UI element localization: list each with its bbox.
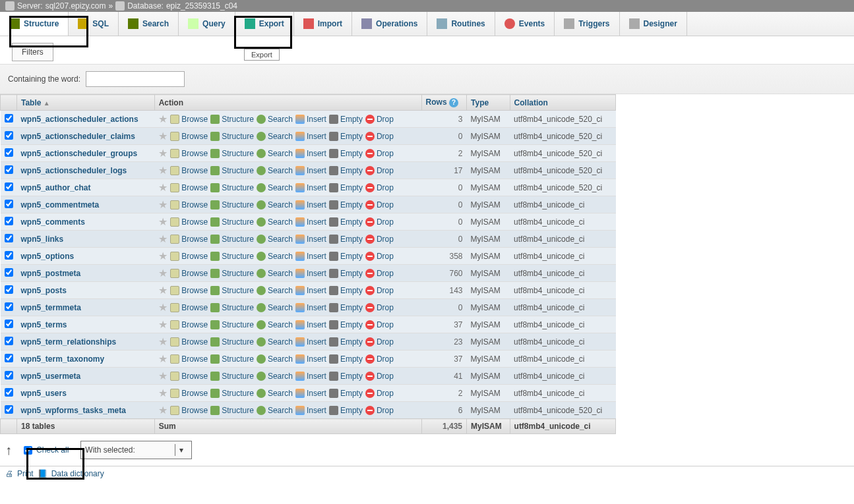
action-search[interactable]: Search [257, 320, 293, 329]
action-browse[interactable]: Browse [170, 166, 208, 175]
action-browse[interactable]: Browse [170, 389, 208, 398]
action-insert[interactable]: Insert [295, 183, 326, 192]
action-empty[interactable]: Empty [329, 286, 363, 295]
action-structure[interactable]: Structure [210, 286, 254, 295]
action-empty[interactable]: Empty [329, 354, 363, 364]
with-selected-dropdown[interactable]: With selected: ▾ [80, 441, 191, 459]
table-name-link[interactable]: wpn5_actionscheduler_logs [21, 166, 127, 175]
action-browse[interactable]: Browse [170, 303, 208, 312]
table-name-link[interactable]: wpn5_term_relationships [21, 337, 117, 347]
table-name-link[interactable]: wpn5_actionscheduler_claims [21, 132, 135, 141]
favorite-icon[interactable]: ★ [158, 370, 168, 382]
action-search[interactable]: Search [257, 217, 293, 227]
action-empty[interactable]: Empty [329, 389, 363, 398]
action-structure[interactable]: Structure [210, 372, 254, 381]
action-search[interactable]: Search [257, 200, 293, 210]
col-collation[interactable]: Collation [510, 95, 615, 111]
action-drop[interactable]: Drop [365, 217, 394, 227]
action-structure[interactable]: Structure [210, 406, 254, 415]
filters-button[interactable]: Filters [12, 43, 53, 61]
action-drop[interactable]: Drop [365, 269, 394, 278]
action-empty[interactable]: Empty [329, 183, 363, 192]
action-search[interactable]: Search [257, 406, 293, 415]
action-structure[interactable]: Structure [210, 235, 254, 244]
action-insert[interactable]: Insert [295, 132, 326, 141]
table-name-link[interactable]: wpn5_options [21, 252, 75, 261]
action-browse[interactable]: Browse [170, 354, 208, 364]
action-search[interactable]: Search [257, 132, 293, 141]
action-insert[interactable]: Insert [295, 286, 326, 295]
action-drop[interactable]: Drop [365, 149, 394, 158]
action-drop[interactable]: Drop [365, 303, 394, 312]
action-insert[interactable]: Insert [295, 269, 326, 278]
tab-import[interactable]: Import [294, 12, 352, 36]
action-empty[interactable]: Empty [329, 149, 363, 158]
favorite-icon[interactable]: ★ [158, 130, 168, 142]
action-browse[interactable]: Browse [170, 132, 208, 141]
table-name-link[interactable]: wpn5_wpforms_tasks_meta [21, 406, 126, 415]
action-insert[interactable]: Insert [295, 389, 326, 398]
action-search[interactable]: Search [257, 235, 293, 244]
row-checkbox[interactable] [5, 371, 13, 379]
action-browse[interactable]: Browse [170, 320, 208, 329]
action-insert[interactable]: Insert [295, 372, 326, 381]
action-empty[interactable]: Empty [329, 115, 363, 124]
row-checkbox[interactable] [5, 165, 13, 174]
action-empty[interactable]: Empty [329, 132, 363, 141]
tab-search[interactable]: Search [119, 12, 179, 36]
action-structure[interactable]: Structure [210, 183, 254, 192]
action-search[interactable]: Search [257, 303, 293, 312]
action-search[interactable]: Search [257, 354, 293, 364]
tab-sql[interactable]: SQL [69, 12, 119, 36]
database-name[interactable]: epiz_25359315_c04 [166, 1, 237, 11]
table-name-link[interactable]: wpn5_posts [21, 286, 67, 295]
action-structure[interactable]: Structure [210, 354, 254, 364]
action-empty[interactable]: Empty [329, 200, 363, 210]
table-name-link[interactable]: wpn5_comments [21, 217, 85, 227]
favorite-icon[interactable]: ★ [158, 113, 168, 125]
favorite-icon[interactable]: ★ [158, 404, 168, 416]
favorite-icon[interactable]: ★ [158, 250, 168, 262]
action-insert[interactable]: Insert [295, 149, 326, 158]
action-structure[interactable]: Structure [210, 252, 254, 261]
action-drop[interactable]: Drop [365, 166, 394, 175]
action-structure[interactable]: Structure [210, 217, 254, 227]
row-checkbox[interactable] [5, 354, 13, 362]
table-name-link[interactable]: wpn5_actionscheduler_actions [21, 115, 138, 124]
action-drop[interactable]: Drop [365, 354, 394, 364]
action-drop[interactable]: Drop [365, 115, 394, 124]
col-table[interactable]: Table ▲ [17, 95, 155, 111]
col-rows[interactable]: Rows ? [421, 95, 466, 111]
action-browse[interactable]: Browse [170, 286, 208, 295]
action-search[interactable]: Search [257, 115, 293, 124]
action-empty[interactable]: Empty [329, 235, 363, 244]
data-dictionary-link[interactable]: Data dictionary [51, 469, 104, 478]
tab-structure[interactable]: Structure [0, 12, 69, 36]
row-checkbox[interactable] [5, 388, 13, 397]
action-browse[interactable]: Browse [170, 200, 208, 210]
action-browse[interactable]: Browse [170, 217, 208, 227]
action-search[interactable]: Search [257, 149, 293, 158]
action-empty[interactable]: Empty [329, 252, 363, 261]
check-all[interactable]: Check all [24, 445, 69, 455]
action-insert[interactable]: Insert [295, 303, 326, 312]
row-checkbox[interactable] [5, 251, 13, 260]
row-checkbox[interactable] [5, 148, 13, 157]
action-structure[interactable]: Structure [210, 303, 254, 312]
table-name-link[interactable]: wpn5_usermeta [21, 372, 81, 381]
favorite-icon[interactable]: ★ [158, 198, 168, 211]
action-browse[interactable]: Browse [170, 183, 208, 192]
action-insert[interactable]: Insert [295, 337, 326, 347]
check-all-checkbox[interactable] [24, 446, 32, 455]
table-name-link[interactable]: wpn5_terms [21, 320, 67, 329]
favorite-icon[interactable]: ★ [158, 352, 168, 365]
action-structure[interactable]: Structure [210, 149, 254, 158]
favorite-icon[interactable]: ★ [158, 301, 168, 314]
action-insert[interactable]: Insert [295, 200, 326, 210]
action-structure[interactable]: Structure [210, 132, 254, 141]
table-name-link[interactable]: wpn5_commentmeta [21, 200, 100, 210]
table-name-link[interactable]: wpn5_postmeta [21, 269, 81, 278]
favorite-icon[interactable]: ★ [158, 181, 168, 194]
action-drop[interactable]: Drop [365, 337, 394, 347]
action-empty[interactable]: Empty [329, 372, 363, 381]
